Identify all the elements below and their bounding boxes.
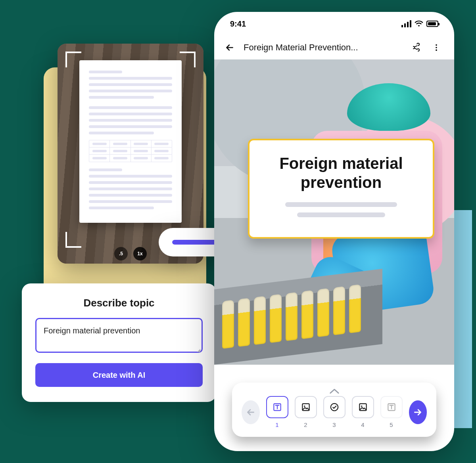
slide-thumb-4[interactable]: 4 <box>352 396 374 428</box>
resize-handle-icon <box>197 349 200 352</box>
phone-frame: 9:41 Foreign Material Prevention... <box>214 12 454 451</box>
slide-number: 5 <box>390 421 393 428</box>
battery-icon <box>426 21 438 27</box>
slide-number: 2 <box>304 421 307 428</box>
cellular-signal-icon <box>401 20 411 27</box>
check-slide-icon <box>323 396 345 418</box>
slide-thumb-1[interactable]: 1 <box>266 396 288 428</box>
lesson-title: Foreign material prevention <box>261 154 421 192</box>
status-bar: 9:41 <box>214 12 454 36</box>
zoom-option-0[interactable]: .5 <box>114 247 128 260</box>
text-slide-icon <box>266 396 288 418</box>
slide-thumbnails: 12345 <box>266 396 403 428</box>
hero-image: Foreign material prevention <box>214 59 454 365</box>
slide-thumb-3[interactable]: 3 <box>323 396 345 428</box>
describe-topic-title: Describe topic <box>35 297 203 309</box>
lesson-title-card: Foreign material prevention <box>248 139 434 239</box>
prev-slide-button[interactable] <box>242 400 260 424</box>
appbar-title: Foreign Material Prevention... <box>244 42 402 53</box>
image-slide-icon <box>352 396 374 418</box>
slide-number: 3 <box>332 421 336 428</box>
image-slide-icon <box>295 396 317 418</box>
expand-handle-icon[interactable] <box>242 388 427 394</box>
wifi-icon <box>415 21 423 27</box>
describe-topic-card: Describe topic Create with AI <box>22 283 216 402</box>
subtitle-placeholder <box>297 212 385 217</box>
zoom-option-1[interactable]: 1x <box>133 247 147 260</box>
svg-point-5 <box>304 406 305 407</box>
text-slide-icon <box>380 396 403 418</box>
create-with-ai-button[interactable]: Create with AI <box>35 363 203 387</box>
slide-thumb-5[interactable]: 5 <box>380 396 403 428</box>
svg-point-2 <box>436 50 437 51</box>
subtitle-placeholder <box>285 202 397 207</box>
topic-input[interactable] <box>35 318 203 353</box>
more-vertical-icon[interactable] <box>430 41 443 54</box>
slide-number: 4 <box>361 421 364 428</box>
svg-point-1 <box>436 47 437 48</box>
svg-point-6 <box>330 404 338 411</box>
back-arrow-icon[interactable] <box>223 41 236 54</box>
svg-point-0 <box>436 44 437 46</box>
slide-thumb-2[interactable]: 2 <box>295 396 317 428</box>
slide-tray: 12345 <box>232 383 436 437</box>
share-icon[interactable] <box>409 41 422 54</box>
status-time: 9:41 <box>230 19 246 29</box>
next-slide-button[interactable] <box>409 400 427 424</box>
app-bar: Foreign Material Prevention... <box>214 36 454 59</box>
svg-point-8 <box>361 406 362 407</box>
slide-number: 1 <box>275 421 278 428</box>
